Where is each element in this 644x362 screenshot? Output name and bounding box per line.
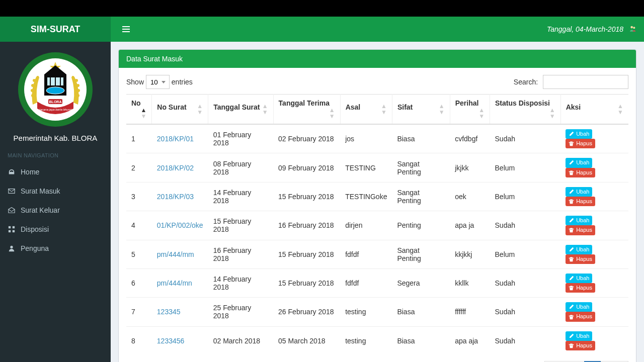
sort-icon: ▲▼ — [197, 103, 203, 115]
sort-icon: ▲▼ — [140, 107, 146, 119]
org-name: Pemerintah Kab. BLORA — [5, 134, 106, 142]
column-header[interactable]: No Surat▲▼ — [152, 95, 208, 125]
ubah-button[interactable]: Ubah — [566, 274, 592, 283]
svg-point-1 — [633, 27, 635, 29]
ubah-button[interactable]: Ubah — [566, 129, 592, 139]
table-row: 6pm/444/mn14 February 201815 February 20… — [126, 268, 628, 297]
column-header[interactable]: Tanggal Surat▲▼ — [208, 95, 273, 125]
ubah-button[interactable]: Ubah — [566, 216, 592, 225]
app-header: SIM-SURAT Tanggal, 04-March-2018 — [0, 17, 644, 42]
svg-rect-24 — [9, 230, 11, 232]
table-row: 8123345602 March 201805 March 2018testin… — [126, 326, 628, 355]
hapus-button[interactable]: Hapus — [566, 254, 595, 264]
svg-point-11 — [77, 89, 80, 92]
table-search-control: Search: — [514, 75, 628, 89]
hapus-button[interactable]: Hapus — [566, 341, 595, 350]
svg-text:BLORA: BLORA — [49, 100, 62, 104]
hapus-button[interactable]: Hapus — [566, 312, 595, 321]
sort-icon: ▲▼ — [549, 107, 555, 119]
svg-point-7 — [31, 94, 34, 97]
no-surat-link[interactable]: 01/KP/002/oke — [157, 221, 203, 229]
ubah-button[interactable]: Ubah — [566, 331, 592, 341]
dashboard-icon — [8, 168, 16, 175]
search-input[interactable] — [543, 75, 628, 89]
table-row: 401/KP/002/oke15 February 201816 Februar… — [126, 211, 628, 240]
svg-point-13 — [75, 99, 78, 102]
hapus-button[interactable]: Hapus — [566, 283, 595, 293]
nav-label: Surat Keluar — [21, 206, 60, 214]
nav-label: Disposisi — [21, 225, 49, 233]
nav-label: Penguna — [21, 244, 49, 252]
sidebar: BLORA tacana jaya berta bhumi Pemerintah… — [0, 42, 111, 362]
table-row: 32018/KP/0314 February 201815 February 2… — [126, 182, 628, 211]
svg-point-8 — [33, 99, 36, 102]
column-header[interactable]: Tanggal Terima▲▼ — [273, 95, 340, 125]
envelope-icon — [8, 188, 16, 195]
nav-section-header: MAIN NAVIGATION — [0, 147, 111, 162]
svg-point-9 — [75, 79, 78, 82]
no-surat-link[interactable]: 2018/KP/03 — [157, 193, 194, 201]
column-header[interactable]: Aksi▲▼ — [560, 95, 628, 125]
svg-point-6 — [31, 89, 34, 92]
table-row: 712334525 February 201826 February 2018t… — [126, 298, 628, 326]
svg-point-0 — [630, 26, 633, 28]
column-header[interactable]: Asal▲▼ — [340, 95, 392, 125]
user-icon — [8, 245, 16, 252]
ubah-button[interactable]: Ubah — [566, 158, 592, 167]
svg-rect-22 — [9, 226, 11, 228]
svg-point-4 — [33, 79, 36, 82]
svg-point-12 — [76, 94, 79, 97]
length-select[interactable]: 10 — [146, 75, 170, 89]
svg-point-21 — [11, 172, 13, 173]
ubah-button[interactable]: Ubah — [566, 245, 592, 254]
nav-label: Surat Masuk — [21, 187, 60, 195]
header-date: Tanggal, 04-March-2018 — [547, 25, 623, 33]
sort-icon: ▲▼ — [262, 103, 268, 115]
no-surat-link[interactable]: 123345 — [157, 308, 181, 316]
main-content: Data Surat Masuk Show 10 entries Search: — [111, 42, 644, 362]
sort-icon: ▲▼ — [439, 103, 445, 115]
hapus-button[interactable]: Hapus — [566, 168, 595, 177]
table-length-control: Show 10 entries — [126, 75, 193, 89]
table-row: 12018/KP/0101 February 201802 February 2… — [126, 124, 628, 153]
table-row: 22018/KP/0208 February 201809 February 2… — [126, 153, 628, 182]
no-surat-link[interactable]: 1233456 — [157, 337, 185, 345]
svg-point-10 — [76, 84, 79, 87]
no-surat-link[interactable]: pm/444/mm — [157, 250, 194, 258]
nav-surat-keluar[interactable]: Surat Keluar — [0, 201, 111, 220]
nav-pengguna[interactable]: Penguna — [0, 239, 111, 258]
column-header[interactable]: Status Disposisi▲▼ — [490, 95, 561, 125]
nav-home[interactable]: Home — [0, 162, 111, 182]
no-surat-link[interactable]: pm/444/mn — [157, 279, 192, 287]
svg-rect-25 — [13, 230, 15, 232]
no-surat-link[interactable]: 2018/KP/01 — [157, 135, 194, 143]
nav-disposisi[interactable]: Disposisi — [0, 220, 111, 239]
grid-icon — [8, 226, 16, 233]
org-seal-logo: BLORA tacana jaya berta bhumi — [15, 49, 96, 130]
sort-icon: ▲▼ — [381, 103, 387, 115]
hapus-button[interactable]: Hapus — [566, 139, 595, 148]
sort-icon: ▲▼ — [329, 107, 335, 119]
table-row: 5pm/444/mm16 February 201815 February 20… — [126, 240, 628, 268]
user-avatar-icon[interactable] — [629, 25, 636, 34]
sort-icon: ▲▼ — [617, 103, 623, 115]
svg-rect-23 — [13, 226, 15, 228]
hapus-button[interactable]: Hapus — [566, 197, 595, 206]
data-box: Data Surat Masuk Show 10 entries Search: — [118, 49, 636, 362]
ubah-button[interactable]: Ubah — [566, 187, 592, 197]
browser-top-bar — [0, 0, 644, 17]
ubah-button[interactable]: Ubah — [566, 302, 592, 312]
column-header[interactable]: Perihal▲▼ — [450, 95, 490, 125]
svg-point-26 — [10, 246, 13, 248]
hapus-button[interactable]: Hapus — [566, 225, 595, 235]
brand-logo[interactable]: SIM-SURAT — [0, 17, 111, 42]
nav-label: Home — [21, 168, 39, 176]
sidebar-toggle-button[interactable] — [118, 21, 134, 38]
column-header[interactable]: Sifat▲▼ — [392, 95, 450, 125]
no-surat-link[interactable]: 2018/KP/02 — [157, 164, 194, 172]
box-title: Data Surat Masuk — [119, 50, 636, 68]
column-header[interactable]: No▲▼ — [126, 95, 152, 125]
svg-point-5 — [31, 84, 34, 87]
nav-surat-masuk[interactable]: Surat Masuk — [0, 182, 111, 201]
envelope-open-icon — [8, 207, 16, 214]
